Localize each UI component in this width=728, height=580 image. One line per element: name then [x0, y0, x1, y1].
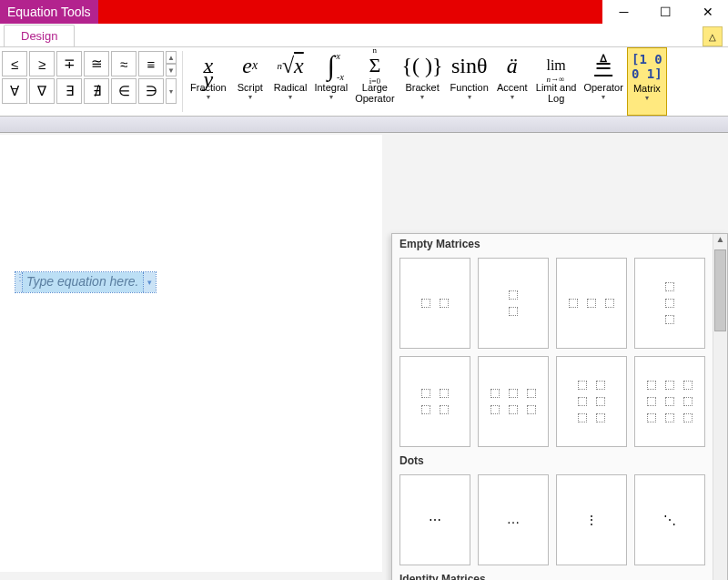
script-button[interactable]: ex Script ▾ — [230, 47, 270, 116]
chevron-down-icon: ▾ — [329, 93, 333, 101]
symbol-nexists[interactable]: ∄ — [84, 78, 109, 104]
fraction-button[interactable]: xy Fraction ▾ — [187, 47, 230, 116]
gallery-section-identity: Identity Matrices — [392, 569, 713, 580]
matrix-icon: [1 00 1] — [632, 50, 662, 83]
document-area: ⋮Type equation here.▾ Empty Matrices Dot… — [0, 117, 728, 580]
page[interactable]: ⋮Type equation here.▾ — [0, 135, 382, 572]
symbol-forall[interactable]: ∀ — [2, 78, 27, 104]
matrix-2x2[interactable] — [399, 356, 470, 447]
bracket-icon: {( )} — [402, 49, 443, 82]
function-icon: sinθ — [451, 49, 488, 82]
tab-design[interactable]: Design — [4, 25, 75, 46]
integral-icon: ∫x-x — [328, 49, 335, 82]
gallery-section-empty-matrices: Empty Matrices — [392, 234, 713, 254]
matrix-2x3[interactable] — [478, 356, 549, 447]
gallery-scrollbar[interactable]: ▲ ▼ — [713, 234, 727, 580]
horizontal-ruler — [0, 117, 728, 133]
operator-icon: ≜ — [594, 49, 612, 82]
gallery-section-dots: Dots — [392, 451, 713, 471]
chevron-down-icon: ▾ — [511, 93, 514, 101]
symbol-nabla[interactable]: ∇ — [29, 78, 55, 104]
title-bar: Equation Tools ─ ☐ ✕ — [0, 0, 728, 24]
scroll-up-icon[interactable]: ▲ — [713, 234, 727, 249]
symbol-cong[interactable]: ≅ — [84, 51, 109, 76]
equation-placeholder[interactable]: ⋮Type equation here.▾ — [15, 271, 157, 293]
collapse-ribbon-button[interactable]: △ — [703, 26, 723, 46]
chevron-down-icon: ▾ — [468, 93, 471, 101]
chevron-down-icon: ▾ — [248, 93, 252, 101]
symbol-in[interactable]: ∈ — [111, 78, 136, 104]
equation-options-dropdown[interactable]: ▾ — [143, 272, 156, 292]
symbol-ni[interactable]: ∋ — [138, 78, 164, 104]
symbol-ge[interactable]: ≥ — [29, 51, 55, 76]
scroll-thumb[interactable] — [714, 249, 726, 331]
ribbon-tabs: Design △ — [0, 24, 728, 47]
matrix-gallery: Empty Matrices Dots ⋯ … ⋮ ⋱ Identity Mat — [391, 233, 728, 580]
bracket-button[interactable]: {( )} Bracket ▾ — [399, 47, 447, 116]
matrix-3x2[interactable] — [556, 356, 627, 447]
matrix-1x2[interactable] — [399, 258, 470, 349]
symbol-exists[interactable]: ∃ — [56, 78, 82, 104]
symbol-approx[interactable]: ≈ — [111, 51, 136, 76]
dots-vertical[interactable]: ⋮ — [556, 474, 627, 565]
chevron-down-icon: ▾ — [288, 93, 292, 101]
symbols-gallery[interactable]: ≤ ≥ ∓ ≅ ≈ ≡ ▲▼ ∀ ∇ ∃ ∄ ∈ ∋ ▾ — [0, 47, 178, 116]
chevron-up-icon: △ — [709, 32, 716, 42]
symbol-equiv[interactable]: ≡ — [138, 51, 164, 76]
chevron-down-icon: ▾ — [645, 94, 649, 102]
symbols-more[interactable]: ▾ — [166, 78, 177, 104]
contextual-tab-label: Equation Tools — [0, 0, 98, 24]
limit-icon: limn→∞ — [546, 49, 565, 82]
large-operator-button[interactable]: Σni=0 Large Operator — [351, 47, 398, 116]
operator-button[interactable]: ≜ Operator ▾ — [580, 47, 626, 116]
equation-placeholder-text[interactable]: Type equation here. — [23, 272, 143, 292]
ribbon: ≤ ≥ ∓ ≅ ≈ ≡ ▲▼ ∀ ∇ ∃ ∄ ∈ ∋ ▾ xy Fraction… — [0, 47, 728, 117]
matrix-button[interactable]: [1 00 1] Matrix ▾ — [627, 47, 667, 116]
accent-button[interactable]: ä Accent ▾ — [492, 47, 532, 116]
chevron-down-icon: ▾ — [420, 93, 424, 101]
script-icon: ex — [242, 49, 258, 82]
dots-diagonal[interactable]: ⋱ — [634, 474, 705, 565]
function-button[interactable]: sinθ Function ▾ — [447, 47, 492, 116]
close-button[interactable]: ✕ — [686, 0, 728, 24]
fraction-icon: xy — [204, 49, 214, 82]
dots-baseline[interactable]: … — [478, 474, 549, 565]
chevron-down-icon: ▾ — [207, 93, 210, 101]
maximize-button[interactable]: ☐ — [644, 0, 686, 24]
radical-button[interactable]: n√x Radical ▾ — [270, 47, 311, 116]
symbol-le[interactable]: ≤ — [2, 51, 27, 76]
symbols-scroll[interactable]: ▲▼ — [166, 51, 177, 76]
symbol-mp[interactable]: ∓ — [56, 51, 82, 76]
limit-log-button[interactable]: limn→∞ Limit and Log — [532, 47, 581, 116]
accent-icon: ä — [507, 49, 518, 82]
radical-icon: n√x — [277, 49, 303, 82]
integral-button[interactable]: ∫x-x Integral ▾ — [310, 47, 351, 116]
matrix-2x1[interactable] — [478, 258, 549, 349]
minimize-button[interactable]: ─ — [602, 0, 644, 24]
matrix-1x3[interactable] — [556, 258, 627, 349]
dots-center[interactable]: ⋯ — [399, 474, 470, 565]
chevron-down-icon: ▾ — [602, 93, 605, 101]
equation-handle-left[interactable]: ⋮ — [15, 272, 23, 292]
matrix-3x1[interactable] — [634, 258, 705, 349]
matrix-3x3[interactable] — [634, 356, 705, 447]
sigma-icon: Σni=0 — [369, 49, 380, 82]
